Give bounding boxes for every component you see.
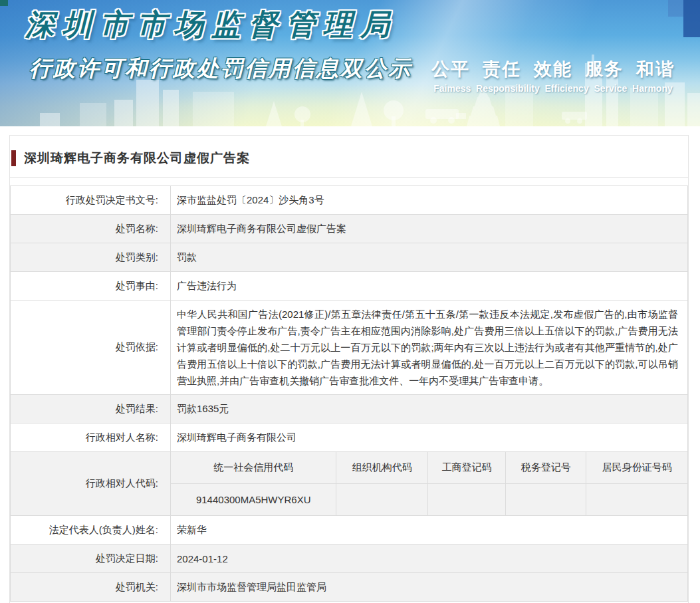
header-banner: 深圳市市场监督管理局 行政许可和行政处罚信用信息双公示 公平 责任 效能 服务 …: [0, 0, 700, 126]
code-value-row: 91440300MA5HWYR6XU: [171, 484, 687, 516]
code-value: [336, 484, 427, 516]
row-label: 行政相对人名称:: [11, 423, 171, 452]
banner-corner-decoration-left: [0, 0, 8, 6]
row-value: 罚款1635元: [171, 395, 688, 423]
row-value: 深市监盐处罚〔2024〕沙头角3号: [171, 186, 688, 215]
row-value: 荣新华: [171, 516, 688, 544]
code-col-header: 工商登记码: [427, 452, 505, 484]
banner-corner-building-right: [683, 0, 700, 37]
row-value: 中华人民共和国广告法(2021修正)/第五章法律责任/第五十五条/第一款违反本法…: [171, 301, 688, 395]
content-panel: 深圳琦辉电子商务有限公司虚假广告案 行政处罚决定书文号: 深市监盐处罚〔2024…: [9, 135, 689, 603]
code-col-header: 统一社会信用代码: [171, 452, 336, 484]
code-value-credit-code: 91440300MA5HWYR6XU: [171, 484, 336, 516]
row-label: 处罚机关:: [11, 573, 171, 602]
slogan-english: Faimess Responsibility Efficiency Servic…: [431, 83, 675, 94]
row-value: 深圳琦辉电子商务有限公司: [171, 423, 688, 452]
table-row-penalty-basis: 处罚依据: 中华人民共和国广告法(2021修正)/第五章法律责任/第五十五条/第…: [11, 301, 688, 395]
code-value: [586, 484, 687, 516]
table-row-penalty-authority: 处罚机关: 深圳市市场监督管理局盐田监管局: [11, 573, 688, 602]
row-label: 处罚类别:: [11, 243, 171, 272]
banner-corner-building-right-small: [668, 0, 683, 17]
row-label: 行政相对人代码:: [11, 452, 171, 516]
table-row-legal-representative: 法定代表人(负责人)姓名: 荣新华: [11, 516, 688, 544]
row-value: 广告违法行为: [171, 272, 688, 301]
row-label: 处罚名称:: [11, 215, 171, 243]
row-value: 罚款: [171, 243, 688, 272]
table-row-penalty-category: 处罚类别: 罚款: [11, 243, 688, 272]
table-row-decision-number: 行政处罚决定书文号: 深市监盐处罚〔2024〕沙头角3号: [11, 186, 688, 215]
title-divider: [10, 177, 688, 178]
code-col-header: 税务登记号: [506, 452, 586, 484]
table-row-decision-date: 处罚决定日期: 2024-01-12: [11, 544, 688, 573]
banner-subtitle: 行政许可和行政处罚信用信息双公示: [29, 54, 412, 84]
row-label: 处罚依据:: [11, 301, 171, 395]
row-label: 处罚决定日期:: [11, 544, 171, 573]
row-value: 2024-01-12: [171, 544, 688, 573]
table-row-party-codes: 行政相对人代码: 统一社会信用代码 组织机构代码 工商登记码 税务登记号 居民身…: [11, 452, 688, 516]
table-row-penalty-reason: 处罚事由: 广告违法行为: [11, 272, 688, 301]
party-codes-table: 统一社会信用代码 组织机构代码 工商登记码 税务登记号 居民身份证号码 9144…: [171, 452, 687, 515]
row-label: 处罚事由:: [11, 272, 171, 301]
code-header-row: 统一社会信用代码 组织机构代码 工商登记码 税务登记号 居民身份证号码: [171, 452, 687, 484]
table-row-party-name: 行政相对人名称: 深圳琦辉电子商务有限公司: [11, 423, 688, 452]
code-col-header: 组织机构代码: [336, 452, 427, 484]
row-value: 深圳琦辉电子商务有限公司虚假广告案: [171, 215, 688, 243]
table-row-penalty-name: 处罚名称: 深圳琦辉电子商务有限公司虚假广告案: [11, 215, 688, 243]
row-label: 行政处罚决定书文号:: [11, 186, 171, 215]
agency-title: 深圳市市场监督管理局: [25, 5, 412, 45]
party-codes-cell: 统一社会信用代码 组织机构代码 工商登记码 税务登记号 居民身份证号码 9144…: [171, 452, 688, 516]
penalty-info-table: 行政处罚决定书文号: 深市监盐处罚〔2024〕沙头角3号 处罚名称: 深圳琦辉电…: [10, 185, 688, 602]
row-value: 深圳市市场监督管理局盐田监管局: [171, 573, 688, 602]
row-label: 法定代表人(负责人)姓名:: [11, 516, 171, 544]
title-accent-bar: [11, 150, 16, 166]
slogan-chinese: 公平 责任 效能 服务 和谐: [431, 57, 675, 81]
page-title-row: 深圳琦辉电子商务有限公司虚假广告案: [11, 150, 688, 167]
code-col-header: 居民身份证号码: [586, 452, 687, 484]
code-value: [427, 484, 505, 516]
code-value: [506, 484, 586, 516]
row-label: 处罚结果:: [11, 395, 171, 423]
table-row-penalty-result: 处罚结果: 罚款1635元: [11, 395, 688, 423]
page-title: 深圳琦辉电子商务有限公司虚假广告案: [24, 150, 250, 167]
